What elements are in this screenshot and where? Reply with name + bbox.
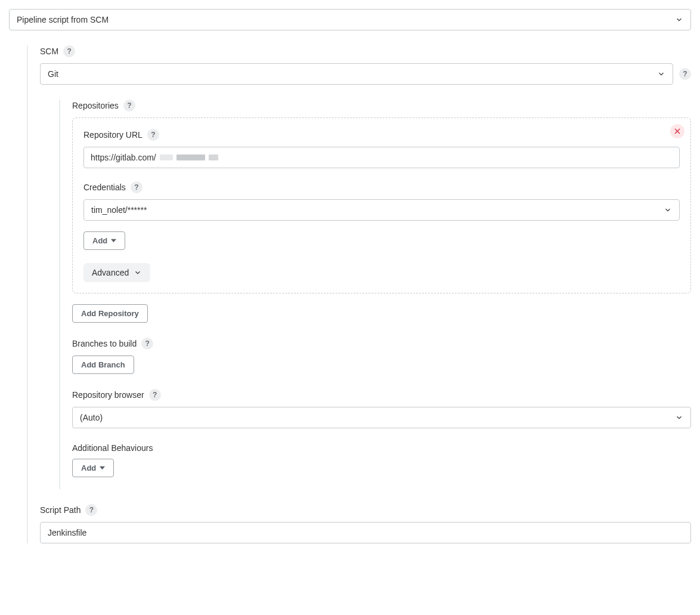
add-repository-button[interactable]: Add Repository [72,304,148,323]
help-icon[interactable]: ? [123,100,135,112]
repo-browser-value: (Auto) [80,413,103,422]
caret-down-icon [100,465,105,471]
scm-select-value: Git [48,69,58,79]
svg-marker-2 [111,239,116,242]
caret-down-icon [111,238,116,243]
repo-browser-label: Repository browser [72,390,144,400]
credentials-select[interactable]: tim_nolet/****** [83,199,680,221]
branches-label: Branches to build [72,339,137,348]
chevron-down-icon [675,16,683,24]
chevron-down-icon [664,206,672,214]
help-icon[interactable]: ? [679,68,691,80]
help-icon[interactable]: ? [63,45,75,57]
help-icon[interactable]: ? [85,504,97,516]
credentials-label: Credentials [83,183,126,192]
help-icon[interactable]: ? [131,181,143,193]
help-icon[interactable]: ? [149,389,161,401]
additional-behaviours-label: Additional Behaviours [72,443,153,453]
chevron-down-icon [657,70,665,78]
help-icon[interactable]: ? [141,338,153,350]
add-behaviour-button[interactable]: Add [72,459,114,477]
advanced-button[interactable]: Advanced [83,263,150,282]
remove-repository-button[interactable] [670,124,684,138]
scm-label: SCM [40,47,58,56]
definition-select-value: Pipeline script from SCM [17,15,109,24]
chevron-down-icon [134,268,142,277]
repository-url-label: Repository URL [83,130,143,140]
chevron-down-icon [675,413,683,422]
add-branch-button[interactable]: Add Branch [72,356,134,374]
svg-marker-3 [100,466,105,469]
repository-entry: Repository URL ? https://gitlab.com/ [72,118,691,293]
repository-url-input[interactable] [83,147,680,168]
help-icon[interactable]: ? [147,129,159,141]
repositories-label: Repositories [72,101,119,110]
script-path-input[interactable] [40,522,691,543]
scm-select[interactable]: Git [40,63,673,85]
credentials-select-value: tim_nolet/****** [91,205,147,215]
repo-browser-select[interactable]: (Auto) [72,407,691,428]
add-credentials-button[interactable]: Add [83,231,125,250]
script-path-label: Script Path [40,505,80,515]
definition-select[interactable]: Pipeline script from SCM [9,9,691,30]
